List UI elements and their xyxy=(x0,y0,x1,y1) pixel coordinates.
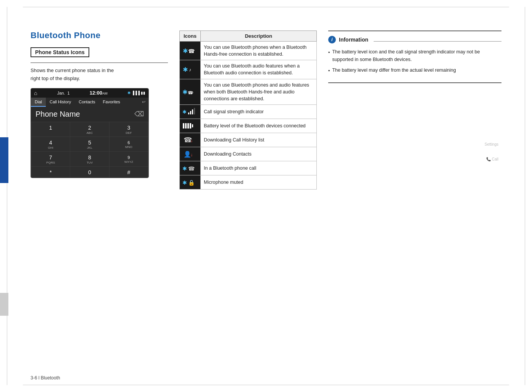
key-3[interactable]: 3DEF xyxy=(110,122,148,137)
table-row: ✱ ♪ You can use Bluetooth audio features… xyxy=(180,60,317,79)
svg-rect-9 xyxy=(190,111,191,114)
page-border-right xyxy=(525,7,525,385)
key-1[interactable]: 1 xyxy=(31,122,70,137)
svg-text:♪: ♪ xyxy=(189,67,191,72)
side-tab-blue xyxy=(0,137,8,183)
icon-cell-1: ✱ ☎ xyxy=(180,42,201,60)
key-7[interactable]: 7PQRS xyxy=(31,152,70,166)
svg-text:✱: ✱ xyxy=(183,48,188,54)
key-5[interactable]: 5JKL xyxy=(70,137,109,151)
icon-cell-5 xyxy=(180,119,201,133)
list-item: • The battery level may differ from the … xyxy=(328,66,501,75)
phone-name-text: Phone Name xyxy=(35,110,80,119)
svg-text:👤: 👤 xyxy=(184,151,191,158)
info-title-text: Information xyxy=(339,37,368,43)
key-hash[interactable]: # xyxy=(110,167,148,177)
key-0[interactable]: 0 xyxy=(70,167,109,177)
phone-navbar: Dial Call History Contacts Favorites ↩ xyxy=(31,98,148,107)
desc-8: In a Bluetooth phone call xyxy=(200,161,316,175)
back-button[interactable]: ↩ xyxy=(139,98,148,107)
svg-text:✱: ✱ xyxy=(182,165,187,172)
svg-rect-13 xyxy=(185,123,187,129)
nav-dial[interactable]: Dial xyxy=(31,98,46,107)
phone-ui-mockup: ⌂ Jan. 1 12:00AM ✱ ▐▐▐ ▮▮ Dial Call Hist… xyxy=(31,88,149,178)
battery-small-icon: ▮▮ xyxy=(141,91,145,95)
desc-2: You can use Bluetooth audio features whe… xyxy=(200,60,316,79)
dl-contacts-icon: 👤 ↓ xyxy=(181,149,197,159)
svg-rect-8 xyxy=(188,112,189,114)
svg-rect-16 xyxy=(192,124,193,127)
info-divider-line xyxy=(374,41,501,42)
nav-contacts[interactable]: Contacts xyxy=(75,98,99,107)
desc-7: Downloading Contacts xyxy=(200,147,316,161)
svg-text:✱: ✱ xyxy=(183,66,188,73)
desc-6: Downloading Call History list xyxy=(200,133,316,147)
table-row: ✱ 🔒 Microphone muted xyxy=(180,175,317,189)
info-box: i Information • The battery level icon a… xyxy=(328,31,501,83)
key-4[interactable]: 4GHI xyxy=(31,137,70,151)
svg-text:🔒: 🔒 xyxy=(188,180,195,186)
phone-keypad: 1 2ABC 3DEF 4GHI 5JKL 6MNO Settings 7PQR… xyxy=(31,122,148,178)
svg-text:✱: ✱ xyxy=(182,180,187,186)
bt-handsfree-icon: ✱ ☎ xyxy=(181,45,197,56)
desc-5: Battery level of the Bluetooth devices c… xyxy=(200,119,316,133)
bt-both-icon: ✱ ☎ ♪ xyxy=(181,87,197,97)
home-icon: ⌂ xyxy=(34,90,37,96)
icon-cell-7: 👤 ↓ xyxy=(180,147,201,161)
bullet-2: • xyxy=(328,67,330,75)
svg-rect-12 xyxy=(183,123,184,129)
icon-cell-4: ✱ xyxy=(180,104,201,119)
left-column: Bluetooth Phone Phone Status Icons Shows… xyxy=(31,31,168,190)
info-list: • The battery level icon and the call si… xyxy=(328,48,501,75)
nav-favorites[interactable]: Favorites xyxy=(99,98,124,107)
phone-date: Jan. 1 xyxy=(57,91,70,95)
icon-cell-8: ✱ ☎ xyxy=(180,161,201,175)
icon-cell-9: ✱ 🔒 xyxy=(180,175,201,189)
page-footer: 3-6 l Bluetooth xyxy=(31,375,60,381)
key-call[interactable]: 9WXYZ 📞 Call xyxy=(110,152,148,166)
table-row: 👤 ↓ Downloading Contacts xyxy=(180,147,317,161)
svg-rect-11 xyxy=(194,108,195,114)
dl-callhistory-icon: ☎ ↓ xyxy=(181,135,197,145)
desc-3: You can use Bluetooth phones and audio f… xyxy=(200,79,316,104)
delete-icon: ⌫ xyxy=(134,110,144,118)
svg-text:↓: ↓ xyxy=(190,152,193,157)
phone-time: 12:00AM xyxy=(90,90,108,96)
info-title-area: i Information xyxy=(328,36,501,43)
nav-callhistory[interactable]: Call History xyxy=(46,98,75,107)
key-2[interactable]: 2ABC xyxy=(70,122,109,137)
phone-topbar: ⌂ Jan. 1 12:00AM ✱ ▐▐▐ ▮▮ xyxy=(31,88,148,98)
svg-text:☎: ☎ xyxy=(188,165,195,172)
table-row: Battery level of the Bluetooth devices c… xyxy=(180,119,317,133)
bullet-1: • xyxy=(328,49,330,56)
key-8[interactable]: 8TUV xyxy=(70,152,109,166)
svg-text:☎: ☎ xyxy=(188,48,195,54)
svg-text:✱: ✱ xyxy=(182,89,187,95)
table-row: ✱ Call signal strength indicator xyxy=(180,104,317,119)
info-bullet-text-2: The battery level may differ from the ac… xyxy=(332,66,456,74)
table-row: ✱ ☎ In a Bluetooth phone call xyxy=(180,161,317,175)
list-item: • The battery level icon and the call si… xyxy=(328,48,501,63)
svg-text:✱: ✱ xyxy=(182,109,187,115)
battery-level-icon xyxy=(181,120,197,131)
bt-audio-icon: ✱ ♪ xyxy=(181,64,197,75)
page-border-top xyxy=(23,7,509,7)
page-border-bottom xyxy=(23,385,509,385)
svg-rect-15 xyxy=(190,123,191,129)
table-row: ✱ ☎ You can use Bluetooth phones when a … xyxy=(180,42,317,60)
col-icons: Icons xyxy=(180,31,201,42)
table-row: ☎ ↓ Downloading Call History list xyxy=(180,133,317,147)
bt-status-icon: ✱ xyxy=(127,91,131,95)
key-star[interactable]: * xyxy=(31,167,70,177)
desc-1: You can use Bluetooth phones when a Blue… xyxy=(200,42,316,60)
info-bullet-text-1: The battery level icon and the call sign… xyxy=(332,48,501,63)
icons-table: Icons Description ✱ ☎ You can xyxy=(179,31,317,190)
svg-rect-14 xyxy=(187,123,189,129)
middle-column: Icons Description ✱ ☎ You can xyxy=(179,31,317,190)
call-signal-icon: ✱ xyxy=(181,106,197,117)
key-settings[interactable]: 6MNO Settings xyxy=(110,137,148,151)
icon-cell-6: ☎ ↓ xyxy=(180,133,201,147)
desc-4: Call signal strength indicator xyxy=(200,104,316,119)
subsection-title: Phone Status Icons xyxy=(31,47,89,57)
table-row: ✱ ☎ ♪ You can use Bluetooth phones and a… xyxy=(180,79,317,104)
